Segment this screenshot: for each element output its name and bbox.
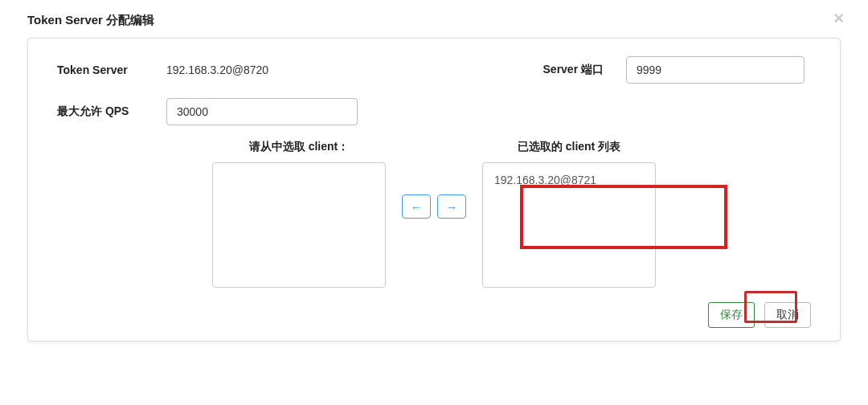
server-port-group: Server 端口 (543, 56, 805, 84)
save-button[interactable]: 保存 (708, 302, 755, 328)
dialog-footer: 保存 取消 (57, 302, 811, 328)
server-port-input[interactable] (626, 56, 805, 84)
selected-column: 已选取的 client 列表 192.168.3.20@8721 (482, 140, 656, 288)
dialog-title: Token Server 分配编辑 (8, 3, 860, 38)
max-qps-group: 最大允许 QPS (57, 98, 358, 125)
token-server-label: Token Server (57, 63, 147, 76)
server-port-label: Server 端口 (543, 63, 604, 77)
token-server-dialog: Token Server 分配编辑 × Token Server 192.168… (8, 3, 860, 342)
arrow-left-icon: ← (411, 200, 423, 214)
max-qps-label: 最大允许 QPS (57, 104, 147, 119)
form-row-2: 最大允许 QPS (57, 98, 811, 125)
transfer-buttons: ← → (402, 194, 466, 219)
form-row-1: Token Server 192.168.3.20@8720 Server 端口 (57, 56, 811, 84)
available-title: 请从中选取 client： (249, 140, 349, 154)
cancel-button[interactable]: 取消 (764, 302, 811, 328)
client-transfer: 请从中选取 client： ← → 已选取的 client 列表 192.168… (57, 140, 811, 288)
dialog-panel: Token Server 192.168.3.20@8720 Server 端口… (27, 38, 841, 342)
token-server-value: 192.168.3.20@8720 (166, 63, 268, 76)
list-item[interactable]: 192.168.3.20@8721 (494, 171, 644, 189)
selected-title: 已选取的 client 列表 (518, 140, 620, 154)
max-qps-input[interactable] (166, 98, 358, 125)
move-right-button[interactable]: → (437, 194, 466, 219)
close-icon[interactable]: × (833, 8, 844, 29)
selected-listbox[interactable]: 192.168.3.20@8721 (482, 162, 656, 288)
move-left-button[interactable]: ← (402, 194, 431, 219)
available-listbox[interactable] (212, 162, 386, 288)
token-server-group: Token Server 192.168.3.20@8720 (57, 63, 511, 76)
available-column: 请从中选取 client： (212, 140, 386, 288)
arrow-right-icon: → (446, 200, 458, 214)
